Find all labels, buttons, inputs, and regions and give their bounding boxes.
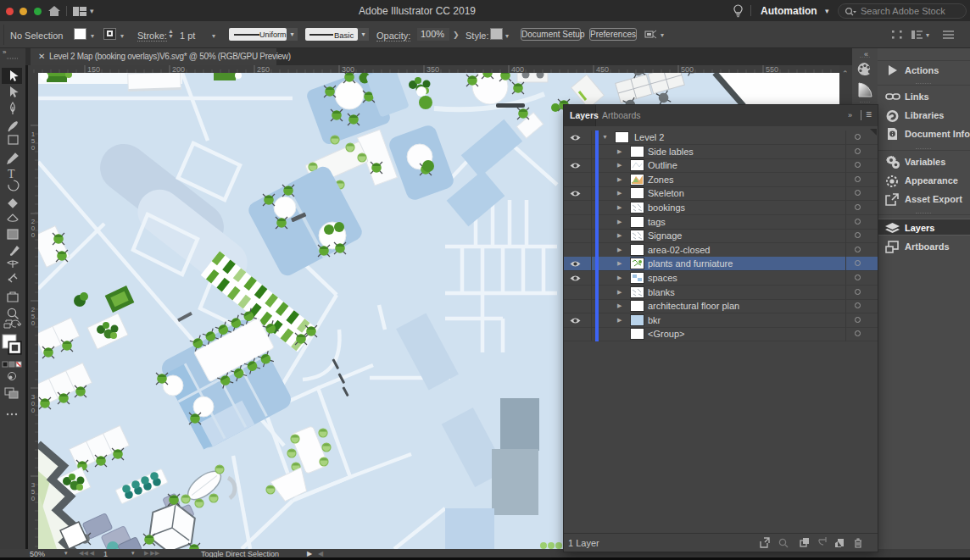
svg-text:0: 0	[31, 495, 36, 502]
svg-text:400: 400	[511, 65, 524, 73]
svg-text:0: 0	[31, 144, 36, 152]
svg-text:550: 550	[766, 65, 778, 73]
svg-text:300: 300	[342, 65, 354, 73]
svg-text:450: 450	[596, 65, 609, 73]
svg-text:250: 250	[257, 65, 270, 73]
svg-text:350: 350	[426, 65, 439, 73]
svg-text:T: T	[8, 168, 15, 180]
svg-text:0: 0	[31, 231, 36, 239]
svg-text:500: 500	[681, 65, 694, 73]
svg-text:200: 200	[172, 65, 185, 73]
svg-text:0: 0	[31, 407, 36, 414]
svg-text:0: 0	[31, 319, 36, 327]
svg-text:150: 150	[87, 65, 100, 73]
